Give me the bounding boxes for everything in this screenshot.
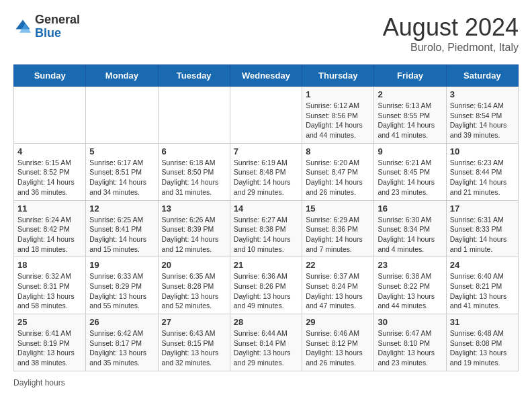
calendar-cell: 18Sunrise: 6:32 AM Sunset: 8:31 PM Dayli… xyxy=(14,257,86,314)
day-number: 24 xyxy=(450,260,515,270)
day-info: Sunrise: 6:31 AM Sunset: 8:33 PM Dayligh… xyxy=(450,215,515,255)
day-info: Sunrise: 6:23 AM Sunset: 8:44 PM Dayligh… xyxy=(450,158,515,197)
day-number: 7 xyxy=(234,146,298,156)
calendar-cell: 3Sunrise: 6:14 AM Sunset: 8:54 PM Daylig… xyxy=(446,87,518,144)
day-number: 14 xyxy=(234,203,298,214)
day-number: 29 xyxy=(306,317,370,327)
calendar-week-row: 1Sunrise: 6:12 AM Sunset: 8:56 PM Daylig… xyxy=(14,87,519,144)
day-of-week-header: Friday xyxy=(374,65,446,87)
day-number: 30 xyxy=(378,317,442,327)
day-number: 26 xyxy=(89,317,154,327)
month-year: August 2024 xyxy=(383,13,519,42)
logo: General Blue xyxy=(13,13,80,40)
calendar-cell: 25Sunrise: 6:41 AM Sunset: 8:19 PM Dayli… xyxy=(14,314,86,371)
day-number: 8 xyxy=(306,146,370,156)
calendar-table: SundayMondayTuesdayWednesdayThursdayFrid… xyxy=(13,64,519,371)
day-number: 27 xyxy=(162,317,226,327)
calendar-cell: 4Sunrise: 6:15 AM Sunset: 8:52 PM Daylig… xyxy=(14,143,86,200)
calendar-cell: 6Sunrise: 6:18 AM Sunset: 8:50 PM Daylig… xyxy=(158,143,230,200)
day-number: 16 xyxy=(378,203,442,214)
day-info: Sunrise: 6:35 AM Sunset: 8:28 PM Dayligh… xyxy=(162,271,226,311)
calendar-cell: 7Sunrise: 6:19 AM Sunset: 8:48 PM Daylig… xyxy=(230,143,302,200)
location: Burolo, Piedmont, Italy xyxy=(383,42,519,54)
calendar-cell: 1Sunrise: 6:12 AM Sunset: 8:56 PM Daylig… xyxy=(302,87,374,144)
day-info: Sunrise: 6:38 AM Sunset: 8:22 PM Dayligh… xyxy=(378,271,442,311)
day-number: 23 xyxy=(378,260,442,270)
daylight-hours-label: Daylight hours xyxy=(13,378,65,387)
day-number: 31 xyxy=(450,317,515,327)
day-info: Sunrise: 6:37 AM Sunset: 8:24 PM Dayligh… xyxy=(306,271,370,311)
page-header: General Blue August 2024 Burolo, Piedmon… xyxy=(13,13,519,54)
logo-icon xyxy=(13,17,32,36)
day-info: Sunrise: 6:29 AM Sunset: 8:36 PM Dayligh… xyxy=(306,215,370,255)
calendar-cell: 14Sunrise: 6:27 AM Sunset: 8:38 PM Dayli… xyxy=(230,200,302,257)
day-number: 11 xyxy=(17,203,82,214)
logo-general-text: General xyxy=(35,13,80,26)
calendar-header-row: SundayMondayTuesdayWednesdayThursdayFrid… xyxy=(14,65,519,87)
day-number: 6 xyxy=(162,146,226,156)
calendar-cell: 12Sunrise: 6:25 AM Sunset: 8:41 PM Dayli… xyxy=(86,200,158,257)
calendar-cell: 2Sunrise: 6:13 AM Sunset: 8:55 PM Daylig… xyxy=(374,87,446,144)
calendar-cell: 19Sunrise: 6:33 AM Sunset: 8:29 PM Dayli… xyxy=(86,257,158,314)
calendar-cell: 28Sunrise: 6:44 AM Sunset: 8:14 PM Dayli… xyxy=(230,314,302,371)
day-number: 13 xyxy=(162,203,226,214)
day-number: 1 xyxy=(306,89,370,99)
calendar-cell xyxy=(14,87,86,144)
day-info: Sunrise: 6:27 AM Sunset: 8:38 PM Dayligh… xyxy=(234,215,298,255)
day-info: Sunrise: 6:47 AM Sunset: 8:10 PM Dayligh… xyxy=(378,328,442,368)
day-info: Sunrise: 6:24 AM Sunset: 8:42 PM Dayligh… xyxy=(17,215,82,255)
day-info: Sunrise: 6:13 AM Sunset: 8:55 PM Dayligh… xyxy=(378,101,442,140)
day-of-week-header: Sunday xyxy=(14,65,86,87)
day-info: Sunrise: 6:32 AM Sunset: 8:31 PM Dayligh… xyxy=(17,271,82,311)
day-number: 20 xyxy=(162,260,226,270)
calendar-week-row: 18Sunrise: 6:32 AM Sunset: 8:31 PM Dayli… xyxy=(14,257,519,314)
day-info: Sunrise: 6:17 AM Sunset: 8:51 PM Dayligh… xyxy=(89,158,154,197)
calendar-cell: 13Sunrise: 6:26 AM Sunset: 8:39 PM Dayli… xyxy=(158,200,230,257)
day-info: Sunrise: 6:44 AM Sunset: 8:14 PM Dayligh… xyxy=(234,328,298,368)
calendar-cell xyxy=(158,87,230,144)
day-info: Sunrise: 6:43 AM Sunset: 8:15 PM Dayligh… xyxy=(162,328,226,368)
day-number: 2 xyxy=(378,89,442,99)
day-info: Sunrise: 6:26 AM Sunset: 8:39 PM Dayligh… xyxy=(162,215,226,255)
day-info: Sunrise: 6:36 AM Sunset: 8:26 PM Dayligh… xyxy=(234,271,298,311)
calendar-cell: 20Sunrise: 6:35 AM Sunset: 8:28 PM Dayli… xyxy=(158,257,230,314)
day-info: Sunrise: 6:30 AM Sunset: 8:34 PM Dayligh… xyxy=(378,215,442,255)
calendar-cell: 22Sunrise: 6:37 AM Sunset: 8:24 PM Dayli… xyxy=(302,257,374,314)
calendar-week-row: 25Sunrise: 6:41 AM Sunset: 8:19 PM Dayli… xyxy=(14,314,519,371)
calendar-cell xyxy=(86,87,158,144)
calendar-cell: 9Sunrise: 6:21 AM Sunset: 8:45 PM Daylig… xyxy=(374,143,446,200)
legend: Daylight hours xyxy=(13,378,519,387)
day-of-week-header: Saturday xyxy=(446,65,518,87)
day-number: 22 xyxy=(306,260,370,270)
day-info: Sunrise: 6:46 AM Sunset: 8:12 PM Dayligh… xyxy=(306,328,370,368)
day-number: 12 xyxy=(89,203,154,214)
calendar-week-row: 4Sunrise: 6:15 AM Sunset: 8:52 PM Daylig… xyxy=(14,143,519,200)
calendar-cell: 17Sunrise: 6:31 AM Sunset: 8:33 PM Dayli… xyxy=(446,200,518,257)
day-info: Sunrise: 6:48 AM Sunset: 8:08 PM Dayligh… xyxy=(450,328,515,368)
calendar-cell: 10Sunrise: 6:23 AM Sunset: 8:44 PM Dayli… xyxy=(446,143,518,200)
calendar-cell: 21Sunrise: 6:36 AM Sunset: 8:26 PM Dayli… xyxy=(230,257,302,314)
calendar-cell: 29Sunrise: 6:46 AM Sunset: 8:12 PM Dayli… xyxy=(302,314,374,371)
day-number: 9 xyxy=(378,146,442,156)
calendar-cell: 5Sunrise: 6:17 AM Sunset: 8:51 PM Daylig… xyxy=(86,143,158,200)
day-info: Sunrise: 6:25 AM Sunset: 8:41 PM Dayligh… xyxy=(89,215,154,255)
day-info: Sunrise: 6:42 AM Sunset: 8:17 PM Dayligh… xyxy=(89,328,154,368)
logo-blue-text: Blue xyxy=(35,26,61,40)
calendar-cell: 30Sunrise: 6:47 AM Sunset: 8:10 PM Dayli… xyxy=(374,314,446,371)
day-number: 15 xyxy=(306,203,370,214)
day-of-week-header: Thursday xyxy=(302,65,374,87)
calendar-cell: 16Sunrise: 6:30 AM Sunset: 8:34 PM Dayli… xyxy=(374,200,446,257)
day-info: Sunrise: 6:15 AM Sunset: 8:52 PM Dayligh… xyxy=(17,158,82,197)
calendar-cell: 15Sunrise: 6:29 AM Sunset: 8:36 PM Dayli… xyxy=(302,200,374,257)
calendar-cell: 24Sunrise: 6:40 AM Sunset: 8:21 PM Dayli… xyxy=(446,257,518,314)
title-block: August 2024 Burolo, Piedmont, Italy xyxy=(383,13,519,54)
calendar-cell: 27Sunrise: 6:43 AM Sunset: 8:15 PM Dayli… xyxy=(158,314,230,371)
calendar-cell: 8Sunrise: 6:20 AM Sunset: 8:47 PM Daylig… xyxy=(302,143,374,200)
day-of-week-header: Wednesday xyxy=(230,65,302,87)
day-number: 21 xyxy=(234,260,298,270)
calendar-cell: 11Sunrise: 6:24 AM Sunset: 8:42 PM Dayli… xyxy=(14,200,86,257)
day-number: 19 xyxy=(89,260,154,270)
day-info: Sunrise: 6:19 AM Sunset: 8:48 PM Dayligh… xyxy=(234,158,298,197)
day-number: 18 xyxy=(17,260,82,270)
day-number: 5 xyxy=(89,146,154,156)
